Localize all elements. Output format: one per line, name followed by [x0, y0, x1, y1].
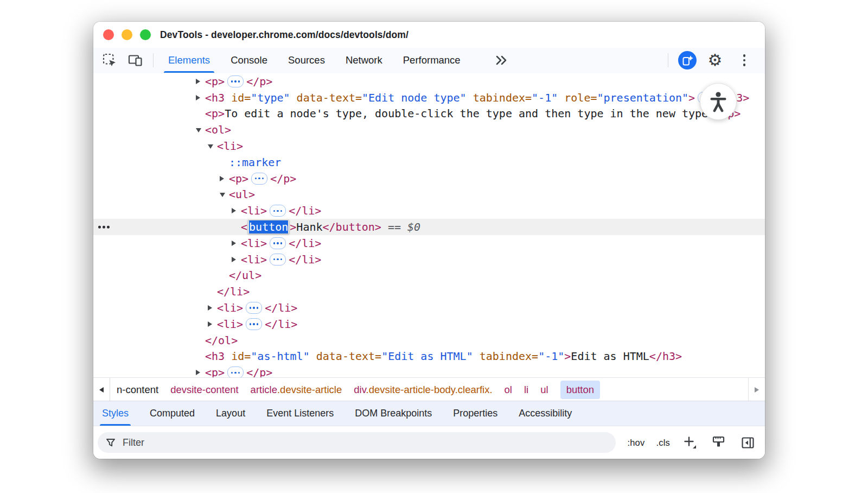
breadcrumb-item-n-content[interactable]: n-content: [117, 384, 158, 396]
tab-event-listeners[interactable]: Event Listeners: [266, 401, 334, 426]
tab-accessibility[interactable]: Accessibility: [519, 401, 572, 426]
maximize-window-button[interactable]: [140, 29, 151, 40]
breadcrumb: n-contentdevsite-contentarticle.devsite-…: [117, 378, 748, 401]
tab-styles[interactable]: Styles: [102, 401, 129, 426]
expand-arrow-icon[interactable]: [208, 321, 217, 327]
tab-performance[interactable]: Performance: [403, 48, 461, 73]
toolbar-left-icons: [101, 48, 154, 73]
brush-icon[interactable]: [710, 434, 727, 451]
tag-name-edit-box[interactable]: button: [248, 220, 289, 234]
inspect-icon[interactable]: [101, 52, 118, 69]
code-token-attr: role=: [558, 91, 597, 104]
dom-tree-row[interactable]: <p></p>: [93, 73, 765, 90]
dom-tree-row[interactable]: <ol>: [93, 122, 765, 138]
dom-tree-row[interactable]: <li></li>: [93, 251, 765, 268]
toolbar-right-icons: ⚙: [668, 48, 755, 73]
collapsed-children-ellipsis-badge[interactable]: [227, 75, 244, 87]
expand-arrow-icon[interactable]: [232, 208, 241, 213]
breadcrumb-item-button[interactable]: button: [560, 381, 600, 399]
tab-properties[interactable]: Properties: [453, 401, 497, 426]
dom-tree-row[interactable]: <li></li>: [93, 203, 765, 219]
code-token-tag: </li>: [265, 301, 297, 314]
expand-arrow-icon[interactable]: [232, 257, 241, 262]
traffic-lights: [103, 29, 151, 40]
expand-arrow-icon[interactable]: [196, 79, 205, 84]
collapsed-children-ellipsis-badge[interactable]: [227, 366, 244, 377]
device-toolbar-icon[interactable]: [127, 52, 144, 69]
crumb-part-cls: .devsite-article-body.clearfix.: [366, 384, 493, 395]
minimize-window-button[interactable]: [122, 29, 132, 40]
collapse-arrow-icon[interactable]: [220, 192, 229, 197]
code-token-tag: </li>: [217, 285, 250, 298]
dom-tree-row-selected[interactable]: <button>Hank</button> == $0: [93, 219, 765, 235]
tab-console[interactable]: Console: [231, 48, 267, 73]
expand-arrow-icon[interactable]: [196, 370, 205, 375]
expand-arrow-icon[interactable]: [208, 305, 217, 311]
dom-tree-row[interactable]: </ol>: [93, 332, 765, 349]
crumb-part-tag: div: [354, 384, 366, 395]
dom-tree-row[interactable]: </li>: [93, 283, 765, 300]
filter-funnel-icon: [105, 437, 116, 448]
dom-tree-row[interactable]: <li>: [93, 138, 765, 154]
dom-tree-row[interactable]: <li></li>: [93, 235, 765, 251]
breadcrumb-item-li[interactable]: li: [524, 384, 528, 396]
code-token-tag: </p>: [270, 172, 296, 185]
collapse-arrow-icon[interactable]: [196, 127, 205, 132]
dom-tree-row[interactable]: </ul>: [93, 268, 765, 284]
more-tabs-icon[interactable]: [495, 55, 508, 66]
new-style-rule-button[interactable]: [681, 434, 699, 451]
dom-tree-row[interactable]: ::marker: [93, 154, 765, 170]
collapsed-children-ellipsis-badge[interactable]: [270, 254, 286, 266]
collapsed-children-ellipsis-badge[interactable]: [270, 237, 286, 249]
expand-arrow-icon[interactable]: [232, 241, 241, 246]
breadcrumb-item-div-devsite-article-body-clearfix[interactable]: div.devsite-article-body.clearfix.: [354, 384, 492, 396]
tab-dom-breakpoints[interactable]: DOM Breakpoints: [355, 401, 432, 426]
code-token-val: "Edit as HTML": [381, 350, 473, 363]
dom-tree-row[interactable]: <li></li>: [93, 300, 765, 316]
ai-assistant-icon[interactable]: [678, 51, 697, 69]
breadcrumb-scroll-left-button[interactable]: [93, 378, 110, 401]
dom-tree-row[interactable]: <p></p>: [93, 364, 765, 377]
row-overflow-dots-icon[interactable]: [98, 226, 110, 229]
dom-tree-row[interactable]: <p>To edit a node's type, double-click t…: [93, 106, 765, 122]
breadcrumb-item-article-devsite-article[interactable]: article.devsite-article: [251, 384, 342, 396]
code-token-var: $0: [407, 220, 420, 233]
kebab-menu-icon[interactable]: [733, 49, 755, 71]
tab-elements[interactable]: Elements: [168, 48, 210, 73]
tab-network[interactable]: Network: [346, 48, 382, 73]
code-token-tag: </h3>: [649, 350, 682, 363]
crumb-part-tag: li: [524, 384, 528, 395]
dom-tree-row[interactable]: <h3 id="as-html" data-text="Edit as HTML…: [93, 349, 765, 365]
breadcrumb-item-ul[interactable]: ul: [540, 384, 548, 396]
close-window-button[interactable]: [103, 29, 114, 40]
dock-sidebar-icon[interactable]: [739, 434, 756, 451]
collapsed-children-ellipsis-badge[interactable]: [251, 173, 267, 185]
collapse-arrow-icon[interactable]: [208, 143, 217, 149]
breadcrumb-scroll-right-button[interactable]: [748, 378, 765, 401]
filter-input[interactable]: Filter: [98, 432, 616, 453]
code-token-tag: <ul>: [229, 188, 255, 201]
tab-sources[interactable]: Sources: [288, 48, 325, 73]
dom-tree-row[interactable]: <li></li>: [93, 316, 765, 332]
crumb-part-tag: button: [566, 384, 594, 395]
toggle-element-state-button[interactable]: :hov: [627, 438, 644, 448]
expand-arrow-icon[interactable]: [220, 176, 229, 181]
code-token-tag: <p>: [229, 172, 248, 185]
code-token-tag: <h3: [205, 91, 225, 104]
settings-gear-icon[interactable]: ⚙: [706, 52, 724, 69]
collapsed-children-ellipsis-badge[interactable]: [270, 205, 286, 217]
breadcrumb-item-devsite-content[interactable]: devsite-content: [170, 384, 238, 396]
breadcrumb-item-ol[interactable]: ol: [505, 384, 512, 396]
collapsed-children-ellipsis-badge[interactable]: [246, 318, 262, 330]
code-token-tag: >: [564, 350, 571, 363]
tab-computed[interactable]: Computed: [150, 401, 195, 426]
crumb-part-tag: article: [251, 384, 277, 395]
dom-tree-row[interactable]: <ul>: [93, 187, 765, 203]
element-classes-button[interactable]: .cls: [656, 438, 670, 448]
expand-arrow-icon[interactable]: [196, 95, 205, 100]
tab-layout[interactable]: Layout: [216, 401, 245, 426]
dom-tree-row[interactable]: <h3 id="type" data-text="Edit node type"…: [93, 90, 765, 106]
collapsed-children-ellipsis-badge[interactable]: [246, 302, 262, 314]
code-token-tag: <li>: [241, 253, 267, 266]
dom-tree-row[interactable]: <p></p>: [93, 170, 765, 187]
